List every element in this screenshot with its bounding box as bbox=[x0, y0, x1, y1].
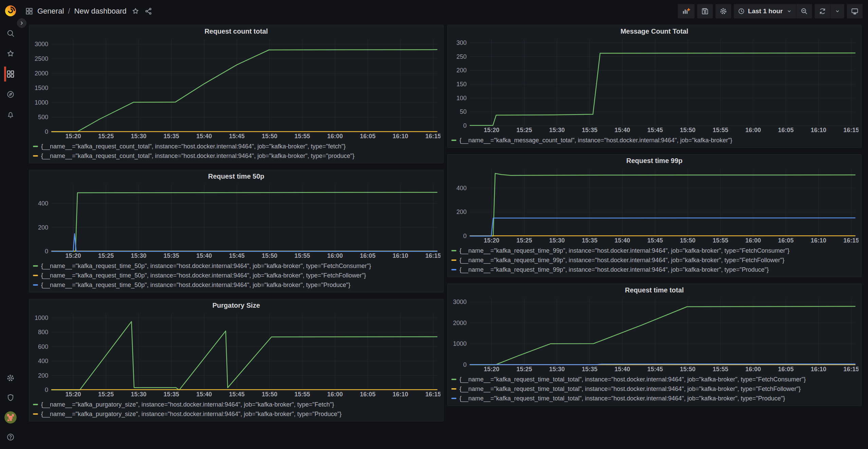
svg-text:16:10: 16:10 bbox=[811, 127, 826, 133]
sidebar bbox=[0, 0, 21, 449]
sidebar-item-alerting[interactable] bbox=[0, 105, 21, 125]
svg-text:15:30: 15:30 bbox=[131, 391, 146, 398]
legend-item[interactable]: {__name__="kafka_request_count_total", i… bbox=[33, 142, 440, 151]
sidebar-item-explore[interactable] bbox=[0, 84, 21, 105]
svg-text:15:50: 15:50 bbox=[680, 127, 695, 133]
zoom-out-time-button[interactable] bbox=[796, 4, 812, 18]
time-series-plot[interactable]: 020040015:2015:2515:3015:3515:4015:4515:… bbox=[450, 166, 858, 245]
panel-title[interactable]: Request time total bbox=[450, 284, 858, 295]
legend-item[interactable]: {__name__="kafka_request_time_99p", inst… bbox=[451, 265, 858, 274]
legend-swatch-icon bbox=[451, 379, 456, 380]
legend-item[interactable]: {__name__="kafka_purgatory_size", instan… bbox=[33, 409, 440, 419]
svg-text:15:20: 15:20 bbox=[66, 133, 81, 140]
breadcrumb-folder[interactable]: General bbox=[37, 7, 64, 16]
legend-swatch-icon bbox=[33, 413, 38, 415]
legend-item[interactable]: {__name__="kafka_request_time_99p", inst… bbox=[451, 246, 858, 255]
time-series-plot[interactable]: 010002000300015:2015:2515:3015:3515:4015… bbox=[450, 295, 858, 374]
svg-text:16:10: 16:10 bbox=[393, 252, 408, 259]
svg-text:3000: 3000 bbox=[35, 41, 48, 48]
svg-text:15:50: 15:50 bbox=[680, 366, 695, 373]
dashboard-panel: Message Count Total 05010015020025030015… bbox=[447, 25, 862, 148]
panel-title[interactable]: Purgatory Size bbox=[32, 299, 440, 311]
dashboard-panel: Request count total 05001000150020002500… bbox=[29, 25, 444, 163]
share-dashboard-button[interactable] bbox=[144, 7, 152, 15]
svg-text:400: 400 bbox=[456, 185, 467, 192]
svg-text:15:40: 15:40 bbox=[196, 133, 212, 140]
svg-text:16:05: 16:05 bbox=[778, 366, 794, 373]
sidebar-item-profile[interactable] bbox=[0, 408, 21, 427]
svg-text:15:55: 15:55 bbox=[294, 133, 310, 140]
svg-text:2000: 2000 bbox=[35, 70, 48, 77]
legend-label: {__name__="kafka_request_time_99p", inst… bbox=[459, 266, 769, 273]
dashboard-navbar: General / New dashboard bbox=[21, 0, 868, 22]
add-panel-button[interactable] bbox=[678, 4, 694, 18]
series-line bbox=[470, 218, 855, 236]
time-series-plot[interactable]: 05001000150020002500300015:2015:2515:301… bbox=[32, 37, 440, 141]
legend-item[interactable]: {__name__="kafka_message_count_total", i… bbox=[451, 136, 858, 145]
svg-text:15:30: 15:30 bbox=[131, 133, 146, 140]
panel-title[interactable]: Request count total bbox=[32, 25, 440, 37]
dashboard-settings-button[interactable] bbox=[716, 4, 731, 18]
legend-swatch-icon bbox=[33, 265, 38, 267]
refresh-interval-button[interactable] bbox=[830, 4, 844, 18]
sidebar-item-dashboards[interactable] bbox=[0, 64, 21, 84]
svg-text:16:10: 16:10 bbox=[811, 366, 826, 373]
breadcrumb-dashboard-title[interactable]: New dashboard bbox=[74, 7, 126, 16]
sidebar-item-starred[interactable] bbox=[0, 43, 21, 64]
svg-text:16:05: 16:05 bbox=[360, 252, 376, 259]
chevron-down-icon bbox=[786, 8, 792, 14]
legend-label: {__name__="kafka_purgatory_size", instan… bbox=[41, 401, 334, 408]
time-series-plot[interactable]: 020040015:2015:2515:3015:3515:4015:4515:… bbox=[32, 182, 440, 260]
sidebar-item-help[interactable] bbox=[0, 427, 21, 447]
time-series-plot[interactable]: 0200400600800100015:2015:2515:3015:3515:… bbox=[32, 311, 440, 399]
legend-swatch-icon bbox=[33, 146, 38, 147]
legend-item[interactable]: {__name__="kafka_request_time_total_tota… bbox=[451, 384, 858, 394]
legend-item[interactable]: {__name__="kafka_request_count_total", i… bbox=[33, 151, 440, 161]
series-line bbox=[470, 53, 855, 125]
panel-title[interactable]: Request time 50p bbox=[32, 170, 440, 182]
refresh-group bbox=[815, 4, 844, 18]
panel-title[interactable]: Message Count Total bbox=[450, 25, 858, 37]
sidebar-item-configuration[interactable] bbox=[0, 368, 21, 388]
svg-text:15:30: 15:30 bbox=[549, 366, 565, 373]
svg-text:100: 100 bbox=[456, 95, 467, 102]
time-series-plot[interactable]: 05010015020025030015:2015:2515:3015:3515… bbox=[450, 37, 858, 134]
legend-item[interactable]: {__name__="kafka_request_time_total_tota… bbox=[451, 375, 858, 384]
svg-text:15:45: 15:45 bbox=[647, 237, 663, 244]
panel-title[interactable]: Request time 99p bbox=[450, 155, 858, 166]
search-icon bbox=[6, 29, 15, 38]
tv-monitor-icon bbox=[851, 7, 859, 15]
refresh-button[interactable] bbox=[815, 4, 830, 18]
series-line bbox=[52, 234, 437, 251]
time-range-group: Last 1 hour bbox=[734, 4, 812, 18]
svg-text:50: 50 bbox=[460, 108, 467, 115]
svg-text:15:55: 15:55 bbox=[712, 366, 728, 373]
legend-swatch-icon bbox=[33, 404, 38, 405]
grafana-app: General / New dashboard bbox=[0, 0, 868, 449]
clock-icon bbox=[738, 7, 745, 15]
legend-item[interactable]: {__name__="kafka_request_time_50p", inst… bbox=[33, 261, 440, 271]
legend-item[interactable]: {__name__="kafka_purgatory_size", instan… bbox=[33, 400, 440, 409]
legend-item[interactable]: {__name__="kafka_request_time_50p", inst… bbox=[33, 280, 440, 290]
legend-item[interactable]: {__name__="kafka_request_time_99p", inst… bbox=[451, 255, 858, 265]
svg-text:1500: 1500 bbox=[35, 85, 48, 91]
breadcrumb-separator: / bbox=[68, 7, 70, 16]
sidebar-nav bbox=[0, 23, 21, 125]
dashboard-panel: Request time 99p 020040015:2015:2515:301… bbox=[447, 154, 862, 277]
expand-sidebar-button[interactable] bbox=[17, 18, 26, 28]
bell-icon bbox=[6, 110, 15, 119]
svg-text:16:00: 16:00 bbox=[327, 391, 343, 398]
star-dashboard-button[interactable] bbox=[131, 7, 140, 15]
legend-label: {__name__="kafka_request_time_99p", inst… bbox=[459, 247, 790, 254]
svg-text:150: 150 bbox=[456, 81, 467, 88]
legend-item[interactable]: {__name__="kafka_request_time_50p", inst… bbox=[33, 271, 440, 280]
svg-text:15:45: 15:45 bbox=[647, 366, 663, 373]
cycle-view-mode-button[interactable] bbox=[847, 4, 863, 18]
legend-item[interactable]: {__name__="kafka_request_time_total_tota… bbox=[451, 394, 858, 403]
sidebar-item-server-admin[interactable] bbox=[0, 388, 21, 408]
time-range-picker-button[interactable]: Last 1 hour bbox=[734, 4, 796, 18]
svg-text:15:35: 15:35 bbox=[582, 237, 597, 244]
grafana-logo[interactable] bbox=[4, 4, 17, 18]
svg-text:0: 0 bbox=[45, 128, 48, 135]
save-dashboard-button[interactable] bbox=[697, 4, 713, 18]
